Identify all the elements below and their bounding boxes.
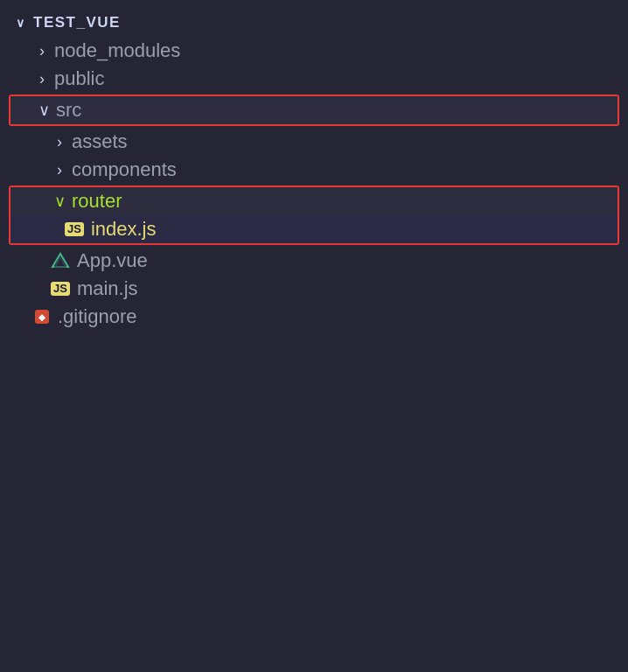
vue-icon — [51, 251, 70, 270]
sidebar-item-app-vue[interactable]: App.vue — [0, 247, 628, 275]
router-arrow: ∨ — [51, 192, 68, 211]
git-icon: ◆ — [33, 308, 51, 326]
src-arrow: ∨ — [35, 101, 52, 120]
node-modules-label: node_modules — [54, 39, 180, 62]
gitignore-label: .gitignore — [58, 305, 137, 328]
assets-arrow: › — [51, 133, 68, 151]
sidebar-item-components[interactable]: › components — [0, 156, 628, 184]
sidebar-item-gitignore[interactable]: ◆ .gitignore — [0, 303, 628, 331]
root-label: TEST_VUE — [33, 14, 121, 32]
public-label: public — [54, 67, 104, 90]
sidebar-item-node-modules[interactable]: › node_modules — [0, 37, 628, 65]
js-badge-index: JS — [65, 222, 84, 237]
node-modules-arrow: › — [33, 42, 51, 60]
sidebar-item-assets[interactable]: › assets — [0, 128, 628, 156]
js-badge-main: JS — [51, 282, 70, 297]
src-highlight-box: ∨ src — [9, 94, 619, 126]
sidebar-item-main-js[interactable]: JS main.js — [0, 275, 628, 303]
assets-label: assets — [72, 130, 128, 153]
svg-marker-0 — [52, 254, 68, 267]
sidebar-item-src[interactable]: ∨ src — [10, 96, 618, 124]
src-label: src — [56, 99, 81, 122]
public-arrow: › — [33, 70, 51, 88]
sidebar: ∨ TEST_VUE › node_modules › public ∨ src… — [0, 0, 628, 672]
sidebar-item-public[interactable]: › public — [0, 65, 628, 93]
main-js-label: main.js — [77, 277, 138, 300]
components-label: components — [72, 158, 177, 181]
svg-text:◆: ◆ — [38, 312, 46, 322]
root-title[interactable]: ∨ TEST_VUE — [0, 9, 628, 37]
router-highlight-box: ∨ router JS index.js — [9, 186, 619, 245]
app-vue-label: App.vue — [77, 249, 148, 272]
root-arrow: ∨ — [16, 16, 33, 30]
components-arrow: › — [51, 161, 68, 179]
router-label: router — [72, 190, 122, 213]
sidebar-item-router[interactable]: ∨ router — [10, 187, 618, 215]
index-js-label: index.js — [91, 218, 157, 241]
sidebar-item-index-js[interactable]: JS index.js — [10, 215, 618, 243]
